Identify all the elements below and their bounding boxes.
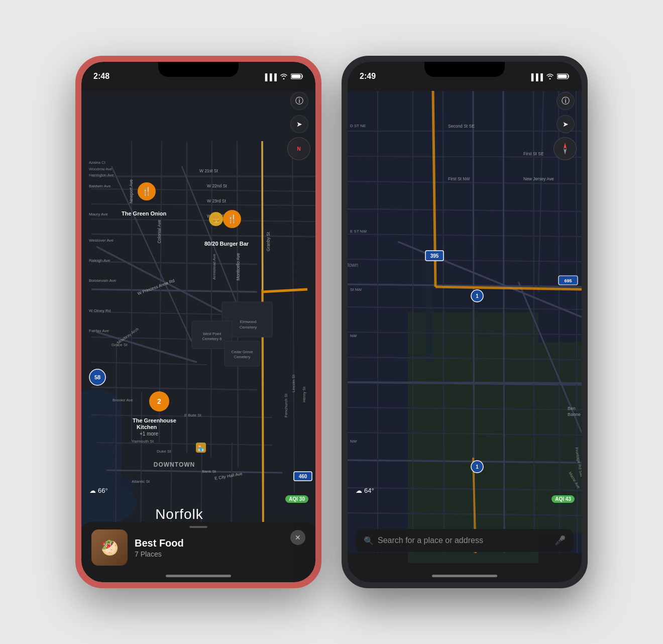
bottom-card-norfolk: 🥙 Best Food 7 Places ✕ — [81, 522, 315, 582]
card-subtitle: 7 Places — [135, 550, 283, 558]
svg-text:🍔: 🍔 — [212, 216, 220, 223]
svg-text:Fairfax Ave: Fairfax Ave — [89, 329, 109, 333]
aqi-badge-norfolk: AQI 30 — [285, 495, 308, 503]
svg-text:🏪: 🏪 — [197, 445, 204, 452]
svg-rect-102 — [558, 75, 567, 78]
svg-text:460: 460 — [299, 474, 307, 479]
search-placeholder-dc[interactable]: Search for a place or address — [378, 536, 550, 545]
svg-text:🍴: 🍴 — [142, 186, 152, 196]
weather-norfolk: ☁ 66° — [89, 487, 108, 494]
notch-norfolk — [158, 62, 239, 77]
mic-icon-dc[interactable]: 🎤 — [555, 535, 566, 546]
svg-text:W 22nd St: W 22nd St — [207, 183, 227, 188]
svg-text:Atlantic St: Atlantic St — [132, 479, 150, 484]
svg-text:Cemetery: Cemetery — [234, 355, 251, 359]
svg-line-128 — [503, 91, 504, 553]
phone-dc: 2:49 ▐▐▐ — [342, 56, 588, 588]
svg-rect-1 — [292, 75, 301, 78]
svg-text:New Jersey Ave: New Jersey Ave — [523, 176, 554, 181]
svg-text:Fenchurch St: Fenchurch St — [284, 393, 288, 417]
svg-text:395: 395 — [430, 253, 439, 259]
dc-map-svg: 695 395 1 1 🏛 SUPREME COURT OF THE UNITE… — [348, 62, 582, 582]
home-indicator-norfolk — [166, 575, 231, 577]
svg-text:First St SE: First St SE — [523, 151, 544, 156]
svg-text:58: 58 — [94, 374, 100, 380]
svg-text:St NW: St NW — [350, 287, 362, 292]
svg-text:Harrington Ave: Harrington Ave — [89, 173, 114, 177]
svg-text:Norfolk: Norfolk — [155, 506, 203, 522]
svg-text:+1 more: +1 more — [140, 431, 158, 437]
sheet-handle — [189, 526, 207, 528]
food-emoji: 🥙 — [101, 540, 119, 556]
svg-text:Cemetery: Cemetery — [240, 325, 257, 330]
svg-text:Newport Ave: Newport Ave — [129, 179, 134, 203]
phone-dc-screen: 2:49 ▐▐▐ — [348, 62, 582, 582]
phone-norfolk: 2:48 ▐▐▐ — [75, 56, 321, 588]
info-button-dc[interactable]: ⓘ — [557, 92, 575, 110]
status-icons-dc: ▐▐▐ — [529, 73, 570, 81]
svg-marker-209 — [564, 149, 567, 155]
temperature-dc: 64° — [364, 487, 374, 494]
status-time-dc: 2:49 — [360, 72, 376, 81]
aqi-badge-dc: AQI 43 — [551, 495, 575, 503]
close-button[interactable]: ✕ — [290, 530, 305, 545]
svg-text:Monticello Ave: Monticello Ave — [236, 253, 241, 280]
svg-rect-107 — [425, 262, 433, 362]
svg-text:Brooke Ave: Brooke Ave — [113, 398, 133, 402]
svg-text:W 21st St: W 21st St — [199, 168, 218, 173]
svg-text:80/20 Burger Bar: 80/20 Burger Bar — [204, 241, 249, 247]
card-title: Best Food — [135, 538, 283, 549]
search-bar-dc[interactable]: 🔍 Search for a place or address 🎤 — [356, 529, 574, 552]
svg-text:E ST NW: E ST NW — [350, 229, 367, 234]
svg-text:Yarmouth St: Yarmouth St — [132, 439, 154, 444]
svg-text:1: 1 — [476, 464, 479, 470]
svg-text:The Greenhouse: The Greenhouse — [133, 417, 176, 423]
svg-text:Banne: Banne — [568, 412, 581, 417]
svg-text:Elmwood: Elmwood — [240, 319, 257, 324]
info-button-norfolk[interactable]: ⓘ — [290, 92, 308, 110]
battery-icon-dc — [557, 73, 570, 81]
norfolk-map-svg: 58 460 460 Elmwood Cemetery West Point C… — [81, 62, 315, 582]
cloud-icon-dc: ☁ — [356, 487, 362, 494]
location-button-dc[interactable]: ➤ — [557, 115, 575, 133]
svg-text:W Olney Rd: W Olney Rd — [89, 308, 111, 313]
svg-text:Cedar Grove: Cedar Grove — [232, 350, 253, 354]
svg-text:Azalea Ct: Azalea Ct — [89, 160, 105, 165]
status-icons-norfolk: ▐▐▐ — [263, 73, 303, 81]
svg-text:DOWNTOWN: DOWNTOWN — [154, 461, 195, 468]
compass-norfolk[interactable]: N — [287, 137, 310, 160]
location-button-norfolk[interactable]: ➤ — [290, 115, 308, 133]
compass-inner: N — [291, 141, 306, 156]
svg-text:Lincoln St: Lincoln St — [291, 374, 296, 392]
svg-text:2: 2 — [157, 397, 161, 405]
svg-text:🍴: 🍴 — [227, 214, 237, 224]
battery-icon — [291, 73, 303, 81]
svg-line-132 — [348, 382, 582, 383]
signal-icon-dc: ▐▐▐ — [529, 73, 543, 81]
svg-text:Colonial Ave: Colonial Ave — [157, 220, 162, 243]
wifi-icon-dc — [546, 73, 554, 81]
food-thumbnail: 🥙 — [91, 529, 128, 566]
svg-text:E Bute St: E Bute St — [184, 413, 202, 417]
compass-dc[interactable] — [554, 137, 577, 160]
svg-text:695: 695 — [564, 278, 572, 283]
svg-text:1: 1 — [476, 293, 479, 299]
close-icon: ✕ — [295, 533, 301, 542]
svg-text:Raleigh Ave: Raleigh Ave — [89, 258, 111, 263]
compass-n-label: N — [297, 146, 300, 152]
notch-dc — [424, 62, 505, 77]
svg-text:Baldwin Ave: Baldwin Ave — [89, 184, 111, 188]
temperature-norfolk: 66° — [98, 487, 108, 494]
svg-text:Boissevain Ave: Boissevain Ave — [89, 278, 117, 283]
info-icon-dc: ⓘ — [562, 96, 570, 106]
svg-text:Armistead Ave: Armistead Ave — [212, 254, 216, 280]
location-arrow-icon-dc: ➤ — [563, 120, 569, 128]
svg-text:Westover Ave: Westover Ave — [89, 238, 114, 243]
svg-marker-208 — [564, 143, 567, 149]
svg-text:W 23rd St: W 23rd St — [207, 198, 226, 203]
svg-text:Maury Ave: Maury Ave — [89, 212, 108, 217]
cloud-icon-norfolk: ☁ — [89, 487, 96, 494]
home-indicator-dc — [432, 575, 497, 577]
svg-text:The Green Onion: The Green Onion — [122, 210, 167, 217]
weather-dc: ☁ 64° — [356, 487, 374, 494]
